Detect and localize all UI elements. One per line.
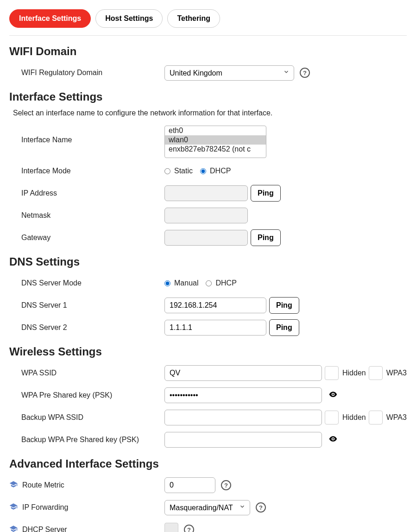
radio-label-dns-dhcp: DHCP — [215, 279, 236, 287]
label-backup-ssid: Backup WPA SSID — [9, 413, 164, 422]
label-regulatory-domain: WIFI Regulatory Domain — [9, 69, 164, 77]
label-route-metric: Route Metric — [22, 481, 64, 489]
label-ip-address: IP Address — [9, 189, 164, 197]
input-wpa-psk[interactable] — [164, 387, 322, 403]
label-interface-name: Interface Name — [9, 126, 164, 144]
interface-option-enx[interactable]: enxb827eb782452 (not c — [165, 145, 266, 154]
heading-advanced-settings: Advanced Interface Settings — [9, 457, 407, 470]
ping-dns1-button[interactable]: Ping — [269, 297, 299, 314]
label-ip-forwarding: IP Forwarding — [22, 503, 68, 512]
tab-interface-settings[interactable]: Interface Settings — [9, 9, 91, 28]
input-dns1[interactable] — [164, 298, 266, 313]
heading-interface-settings: Interface Settings — [9, 90, 407, 103]
label-netmask: Netmask — [9, 211, 164, 220]
desc-interface-settings: Select an interface name to configure th… — [13, 109, 407, 117]
label-dns-mode: DNS Server Mode — [9, 279, 164, 287]
radio-label-dhcp: DHCP — [210, 167, 231, 175]
tabs-bar: Interface Settings Host Settings Tetheri… — [9, 9, 407, 36]
eye-icon[interactable] — [328, 434, 338, 445]
checkbox-backup-wpa3[interactable] — [369, 411, 383, 424]
graduation-cap-icon — [9, 502, 19, 513]
interface-option-wlan0[interactable]: wlan0 — [165, 135, 266, 145]
label-dns2: DNS Server 2 — [9, 323, 164, 332]
input-route-metric[interactable] — [164, 477, 215, 493]
ping-ip-button[interactable]: Ping — [251, 185, 281, 202]
help-icon[interactable]: ? — [300, 68, 310, 78]
radio-dns-manual[interactable] — [164, 280, 170, 286]
input-backup-ssid[interactable] — [164, 410, 322, 425]
radio-label-dns-manual: Manual — [174, 279, 198, 287]
heading-wireless-settings: Wireless Settings — [9, 345, 407, 358]
checkbox-wpa3[interactable] — [369, 366, 383, 380]
help-icon[interactable]: ? — [221, 480, 231, 490]
checkbox-hidden[interactable] — [325, 366, 339, 380]
radio-static[interactable] — [164, 168, 170, 174]
label-gateway: Gateway — [9, 234, 164, 242]
label-dns1: DNS Server 1 — [9, 301, 164, 310]
label-hidden: Hidden — [342, 369, 366, 377]
checkbox-dhcp-server[interactable] — [164, 523, 178, 532]
input-gateway — [164, 230, 248, 246]
graduation-cap-icon — [9, 480, 19, 490]
input-wpa-ssid[interactable] — [164, 365, 322, 381]
input-backup-psk[interactable] — [164, 432, 322, 448]
label-interface-mode: Interface Mode — [9, 167, 164, 175]
heading-dns-settings: DNS Settings — [9, 255, 407, 268]
label-dhcp-server: DHCP Server — [22, 526, 67, 532]
select-regulatory-domain[interactable]: United Kingdom — [164, 65, 294, 81]
eye-icon[interactable] — [328, 390, 338, 401]
radio-dhcp[interactable] — [200, 168, 206, 174]
heading-wifi-domain: WIFI Domain — [9, 45, 407, 58]
input-netmask — [164, 208, 248, 223]
label-wpa3: WPA3 — [386, 369, 407, 377]
tab-tethering[interactable]: Tethering — [167, 9, 220, 28]
label-wpa-ssid: WPA SSID — [9, 369, 164, 377]
label-backup-hidden: Hidden — [342, 413, 366, 422]
select-ip-forwarding[interactable]: Masquerading/NAT — [164, 500, 250, 515]
help-icon[interactable]: ? — [256, 502, 266, 513]
ping-dns2-button[interactable]: Ping — [269, 319, 299, 336]
label-backup-wpa3: WPA3 — [386, 413, 407, 422]
input-dns2[interactable] — [164, 320, 266, 336]
listbox-interface-name[interactable]: eth0 wlan0 enxb827eb782452 (not c — [164, 126, 266, 158]
label-backup-psk: Backup WPA Pre Shared key (PSK) — [9, 436, 164, 444]
ping-gateway-button[interactable]: Ping — [251, 229, 281, 246]
tab-host-settings[interactable]: Host Settings — [95, 9, 163, 28]
graduation-cap-icon — [9, 525, 19, 532]
input-ip-address — [164, 185, 248, 201]
checkbox-backup-hidden[interactable] — [325, 411, 339, 424]
interface-option-eth0[interactable]: eth0 — [165, 126, 266, 135]
help-icon[interactable]: ? — [184, 525, 194, 532]
radio-label-static: Static — [174, 167, 193, 175]
label-wpa-psk: WPA Pre Shared key (PSK) — [9, 391, 164, 399]
radio-dns-dhcp[interactable] — [206, 280, 212, 286]
